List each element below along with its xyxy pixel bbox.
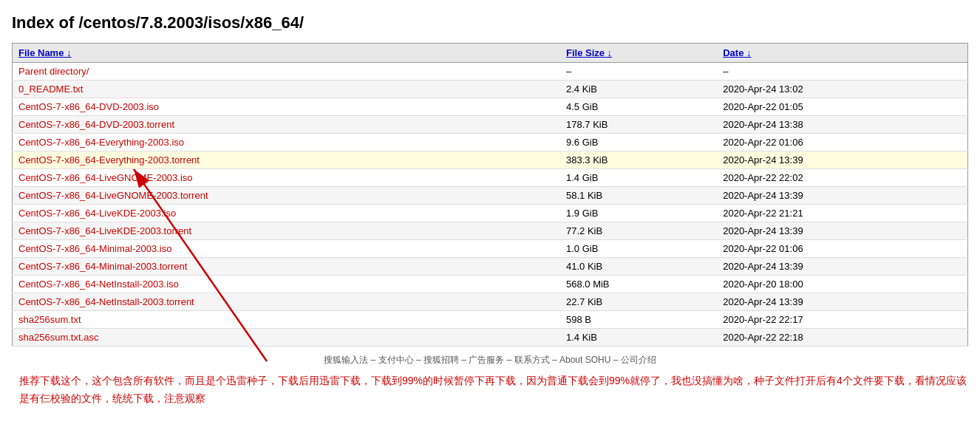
table-row: sha256sum.txt.asc1.4 KiB2020-Apr-22 22:1… [13,329,968,347]
file-link[interactable]: CentOS-7-x86_64-Everything-2003.iso [18,137,184,148]
file-date-cell: 2020-Apr-24 13:39 [717,151,967,169]
file-size-cell: 77.2 KiB [560,222,717,240]
table-row: CentOS-7-x86_64-LiveKDE-2003.torrent77.2… [13,222,968,240]
file-name-cell: Parent directory/ [13,63,560,81]
file-date-cell: 2020-Apr-24 13:39 [717,222,967,240]
col-date-header[interactable]: Date ↓ [717,44,967,63]
file-size-cell: 2.4 KiB [560,81,717,98]
table-row: CentOS-7-x86_64-NetInstall-2003.iso568.0… [13,276,968,293]
file-date-cell: 2020-Apr-24 13:39 [717,293,967,311]
footer-link[interactable]: 搜狐输入法 [324,355,368,365]
file-size-cell: 4.5 GiB [560,98,717,116]
file-link[interactable]: CentOS-7-x86_64-DVD-2003.iso [18,101,159,112]
file-name-cell: sha256sum.txt.asc [13,329,560,347]
file-size-cell: 9.6 GiB [560,134,717,151]
file-link[interactable]: CentOS-7-x86_64-LiveGNOME-2003.iso [18,172,193,183]
footer-link[interactable]: 联系方式 [514,355,550,365]
file-link[interactable]: CentOS-7-x86_64-Everything-2003.torrent [18,154,200,166]
file-date-cell: 2020-Apr-22 22:17 [717,311,967,329]
file-size-cell: 383.3 KiB [560,151,717,169]
page-title: Index of /centos/7.8.2003/isos/x86_64/ [12,13,968,33]
file-date-cell: 2020-Apr-22 01:05 [717,98,967,116]
filesize-sort-link[interactable]: File Size ↓ [566,47,612,58]
footer-link[interactable]: 支付中心 [378,355,414,365]
date-sort-link[interactable]: Date ↓ [723,47,751,58]
file-size-cell: 1.9 GiB [560,205,717,222]
col-filesize-header[interactable]: File Size ↓ [560,44,717,63]
file-size-cell: 598 B [560,311,717,329]
file-link[interactable]: CentOS-7-x86_64-DVD-2003.torrent [18,119,174,130]
file-name-cell: CentOS-7-x86_64-LiveKDE-2003.torrent [13,222,560,240]
filename-sort-link[interactable]: File Name ↓ [18,47,72,58]
footer-links-area: 搜狐输入法 – 支付中心 – 搜狐招聘 – 广告服务 – 联系方式 – Abou… [12,354,968,366]
file-link[interactable]: Parent directory/ [18,66,89,77]
table-row: CentOS-7-x86_64-DVD-2003.iso4.5 GiB2020-… [13,98,968,116]
file-name-cell: CentOS-7-x86_64-LiveGNOME-2003.torrent [13,187,560,205]
file-name-cell: CentOS-7-x86_64-LiveKDE-2003.iso [13,205,560,222]
annotation-text: 推荐下载这个，这个包含所有软件，而且是个迅雷种子，下载后用迅雷下载，下载到99%… [19,372,968,408]
file-size-cell: 1.4 GiB [560,169,717,187]
file-date-cell: 2020-Apr-24 13:02 [717,81,967,98]
file-name-cell: CentOS-7-x86_64-Minimal-2003.torrent [13,258,560,276]
file-date-cell: – [717,63,967,81]
table-row: CentOS-7-x86_64-Everything-2003.iso9.6 G… [13,134,968,151]
table-row: CentOS-7-x86_64-Everything-2003.torrent3… [13,151,968,169]
file-name-cell: sha256sum.txt [13,311,560,329]
file-link[interactable]: CentOS-7-x86_64-Minimal-2003.torrent [18,261,187,272]
file-name-cell: CentOS-7-x86_64-NetInstall-2003.torrent [13,293,560,311]
table-row: CentOS-7-x86_64-Minimal-2003.torrent41.0… [13,258,968,276]
file-listing-table: File Name ↓ File Size ↓ Date ↓ Parent di… [12,43,968,347]
table-row: CentOS-7-x86_64-DVD-2003.torrent178.7 Ki… [13,116,968,134]
file-name-cell: CentOS-7-x86_64-Minimal-2003.iso [13,240,560,258]
file-size-cell: 41.0 KiB [560,258,717,276]
file-date-cell: 2020-Apr-22 21:21 [717,205,967,222]
file-link[interactable]: sha256sum.txt.asc [18,332,98,343]
file-name-cell: CentOS-7-x86_64-NetInstall-2003.iso [13,276,560,293]
file-link[interactable]: 0_README.txt [18,83,83,95]
table-row: CentOS-7-x86_64-Minimal-2003.iso1.0 GiB2… [13,240,968,258]
file-name-cell: CentOS-7-x86_64-Everything-2003.torrent [13,151,560,169]
file-date-cell: 2020-Apr-20 18:00 [717,276,967,293]
table-row: CentOS-7-x86_64-LiveKDE-2003.iso1.9 GiB2… [13,205,968,222]
footer-link[interactable]: 广告服务 [469,355,504,365]
file-size-cell: 568.0 MiB [560,276,717,293]
annotation-area: 推荐下载这个，这个包含所有软件，而且是个迅雷种子，下载后用迅雷下载，下载到99%… [12,372,968,408]
table-row: sha256sum.txt598 B2020-Apr-22 22:17 [13,311,968,329]
file-date-cell: 2020-Apr-22 22:02 [717,169,967,187]
col-filename-header[interactable]: File Name ↓ [13,44,560,63]
file-date-cell: 2020-Apr-24 13:39 [717,258,967,276]
file-size-cell: 58.1 KiB [560,187,717,205]
file-date-cell: 2020-Apr-22 01:06 [717,134,967,151]
footer-link[interactable]: 搜狐招聘 [423,355,459,365]
file-link[interactable]: CentOS-7-x86_64-LiveKDE-2003.torrent [18,225,191,236]
file-name-cell: CentOS-7-x86_64-LiveGNOME-2003.iso [13,169,560,187]
file-date-cell: 2020-Apr-22 22:18 [717,329,967,347]
file-size-cell: 178.7 KiB [560,116,717,134]
file-name-cell: CentOS-7-x86_64-DVD-2003.torrent [13,116,560,134]
file-link[interactable]: CentOS-7-x86_64-NetInstall-2003.iso [18,279,179,290]
file-date-cell: 2020-Apr-24 13:38 [717,116,967,134]
file-size-cell: 1.0 GiB [560,240,717,258]
file-size-cell: 1.4 KiB [560,329,717,347]
file-link[interactable]: sha256sum.txt [18,314,81,325]
file-date-cell: 2020-Apr-22 01:06 [717,240,967,258]
file-date-cell: 2020-Apr-24 13:39 [717,187,967,205]
file-size-cell: – [560,63,717,81]
footer-link[interactable]: About SOHU [559,355,610,365]
table-row: Parent directory/–– [13,63,968,81]
file-size-cell: 22.7 KiB [560,293,717,311]
file-name-cell: CentOS-7-x86_64-Everything-2003.iso [13,134,560,151]
table-row: CentOS-7-x86_64-NetInstall-2003.torrent2… [13,293,968,311]
file-link[interactable]: CentOS-7-x86_64-NetInstall-2003.torrent [18,296,194,307]
file-link[interactable]: CentOS-7-x86_64-LiveGNOME-2003.torrent [18,190,208,201]
file-link[interactable]: CentOS-7-x86_64-LiveKDE-2003.iso [18,208,176,219]
file-name-cell: CentOS-7-x86_64-DVD-2003.iso [13,98,560,116]
file-name-cell: 0_README.txt [13,81,560,98]
file-link[interactable]: CentOS-7-x86_64-Minimal-2003.iso [18,243,171,254]
table-row: 0_README.txt2.4 KiB2020-Apr-24 13:02 [13,81,968,98]
table-row: CentOS-7-x86_64-LiveGNOME-2003.iso1.4 Gi… [13,169,968,187]
footer-link[interactable]: 公司介绍 [621,355,656,365]
table-row: CentOS-7-x86_64-LiveGNOME-2003.torrent58… [13,187,968,205]
